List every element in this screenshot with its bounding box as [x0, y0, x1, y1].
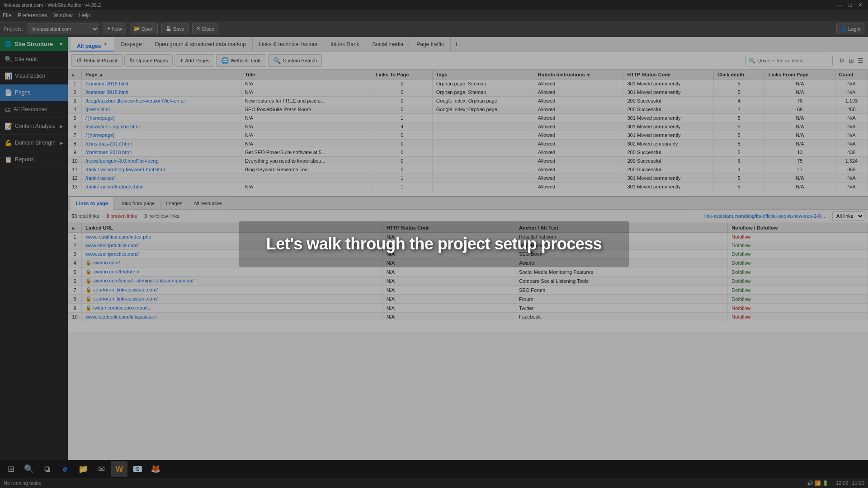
overlay-text: Let's walk through the project setup pro…	[239, 221, 629, 267]
setup-overlay[interactable]: Let's walk through the project setup pro…	[0, 0, 868, 478]
